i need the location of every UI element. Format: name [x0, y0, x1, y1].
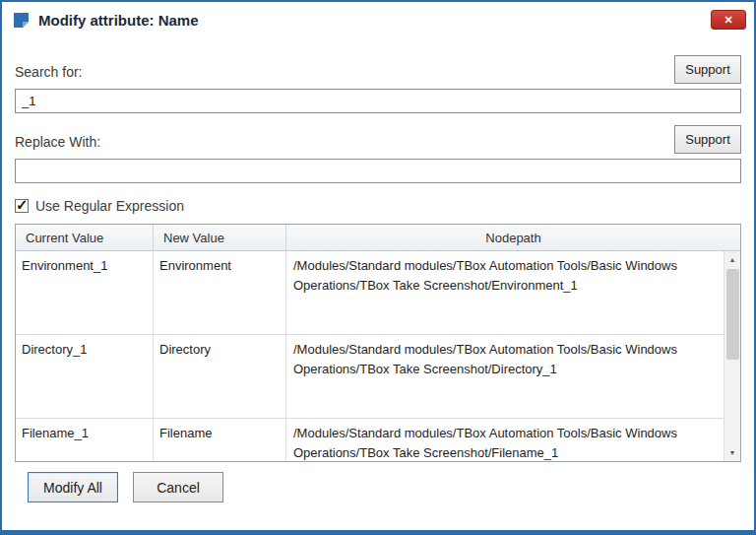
replace-label: Replace With: — [15, 134, 100, 154]
replace-input[interactable] — [15, 159, 741, 183]
dialog-content: Search for: Support Replace With: Suppor… — [2, 37, 754, 512]
modify-all-button[interactable]: Modify All — [28, 472, 118, 502]
search-input[interactable] — [15, 89, 741, 113]
cell-current-value: Directory_1 — [16, 335, 154, 418]
scroll-down-button[interactable]: ▼ — [724, 444, 740, 461]
cell-new-value: Directory — [154, 335, 286, 418]
app-icon — [12, 11, 31, 30]
regex-checkbox[interactable] — [15, 199, 29, 213]
title-bar: Modify attribute: Name ✕ — [2, 2, 754, 37]
cell-nodepath: /Modules/Standard modules/TBox Automatio… — [286, 251, 724, 334]
dialog-window: Modify attribute: Name ✕ Search for: Sup… — [0, 0, 756, 535]
results-table: Current Value New Value Nodepath Environ… — [15, 224, 741, 462]
cell-current-value: Environment_1 — [16, 251, 154, 334]
scroll-down-icon: ▼ — [729, 449, 736, 456]
table-body: Environment_1 Environment /Modules/Stand… — [16, 251, 740, 461]
cell-new-value: Filename — [154, 419, 286, 461]
regex-label: Use Regular Expression — [35, 198, 184, 214]
table-header-row: Current Value New Value Nodepath — [16, 225, 740, 251]
footer-actions: Modify All Cancel — [15, 462, 741, 512]
scroll-up-button[interactable]: ▲ — [724, 251, 740, 268]
header-nodepath[interactable]: Nodepath — [286, 225, 740, 250]
search-label: Search for: — [15, 64, 82, 84]
regex-option-row: Use Regular Expression — [15, 198, 741, 214]
cancel-button[interactable]: Cancel — [133, 472, 223, 502]
header-new-value[interactable]: New Value — [154, 225, 286, 250]
replace-support-button[interactable]: Support — [674, 125, 741, 154]
cell-nodepath: /Modules/Standard modules/TBox Automatio… — [286, 335, 724, 418]
table-row[interactable]: Directory_1 Directory /Modules/Standard … — [16, 335, 724, 419]
close-button[interactable]: ✕ — [711, 10, 746, 30]
search-support-button[interactable]: Support — [674, 55, 741, 84]
cell-nodepath: /Modules/Standard modules/TBox Automatio… — [286, 419, 724, 461]
cell-current-value: Filename_1 — [16, 419, 154, 461]
cell-new-value: Environment — [154, 251, 286, 334]
table-row[interactable]: Filename_1 Filename /Modules/Standard mo… — [16, 419, 724, 461]
scroll-up-icon: ▲ — [729, 256, 736, 263]
search-field-head: Search for: Support — [15, 55, 741, 84]
vertical-scrollbar[interactable]: ▲ ▼ — [724, 251, 740, 461]
dialog-title: Modify attribute: Name — [38, 12, 199, 29]
close-icon: ✕ — [724, 14, 732, 27]
scroll-thumb[interactable] — [726, 269, 739, 360]
scroll-track[interactable] — [724, 360, 740, 444]
header-current-value[interactable]: Current Value — [16, 225, 154, 250]
table-row[interactable]: Environment_1 Environment /Modules/Stand… — [16, 251, 724, 335]
replace-field-head: Replace With: Support — [15, 125, 741, 154]
table-rows: Environment_1 Environment /Modules/Stand… — [16, 251, 724, 461]
